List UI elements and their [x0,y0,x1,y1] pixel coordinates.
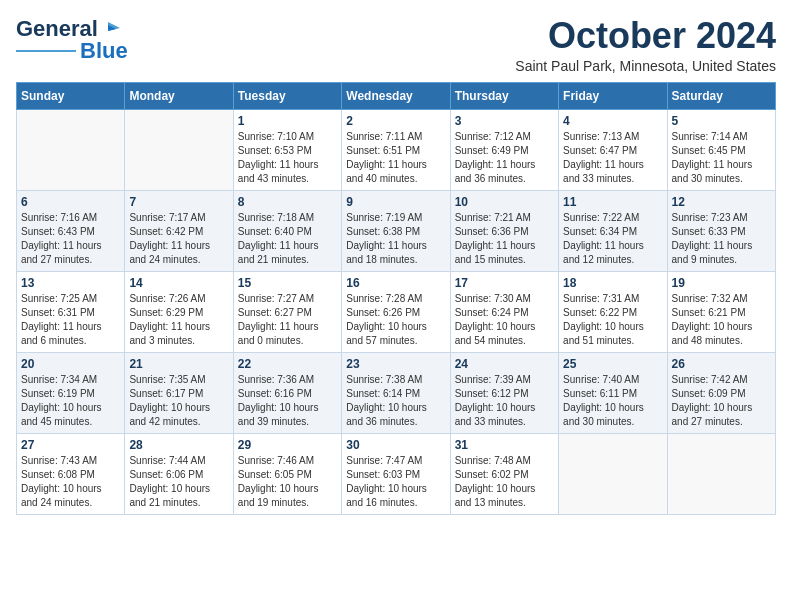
calendar-cell [667,433,775,514]
day-info: Sunrise: 7:26 AM Sunset: 6:29 PM Dayligh… [129,292,228,348]
day-number: 9 [346,195,445,209]
logo: General Blue [16,16,128,64]
calendar-cell: 26Sunrise: 7:42 AM Sunset: 6:09 PM Dayli… [667,352,775,433]
day-info: Sunrise: 7:14 AM Sunset: 6:45 PM Dayligh… [672,130,771,186]
day-number: 29 [238,438,337,452]
day-number: 15 [238,276,337,290]
calendar-cell: 7Sunrise: 7:17 AM Sunset: 6:42 PM Daylig… [125,190,233,271]
day-number: 28 [129,438,228,452]
day-number: 24 [455,357,554,371]
header-day-friday: Friday [559,82,667,109]
day-info: Sunrise: 7:48 AM Sunset: 6:02 PM Dayligh… [455,454,554,510]
day-number: 7 [129,195,228,209]
calendar-week-5: 27Sunrise: 7:43 AM Sunset: 6:08 PM Dayli… [17,433,776,514]
day-info: Sunrise: 7:19 AM Sunset: 6:38 PM Dayligh… [346,211,445,267]
calendar-cell [17,109,125,190]
location: Saint Paul Park, Minnesota, United State… [515,58,776,74]
day-info: Sunrise: 7:21 AM Sunset: 6:36 PM Dayligh… [455,211,554,267]
day-number: 18 [563,276,662,290]
calendar-cell: 27Sunrise: 7:43 AM Sunset: 6:08 PM Dayli… [17,433,125,514]
calendar-cell: 6Sunrise: 7:16 AM Sunset: 6:43 PM Daylig… [17,190,125,271]
day-number: 27 [21,438,120,452]
day-info: Sunrise: 7:38 AM Sunset: 6:14 PM Dayligh… [346,373,445,429]
day-number: 30 [346,438,445,452]
day-number: 22 [238,357,337,371]
day-info: Sunrise: 7:30 AM Sunset: 6:24 PM Dayligh… [455,292,554,348]
logo-blue: Blue [80,38,128,64]
calendar-cell: 9Sunrise: 7:19 AM Sunset: 6:38 PM Daylig… [342,190,450,271]
calendar-week-4: 20Sunrise: 7:34 AM Sunset: 6:19 PM Dayli… [17,352,776,433]
day-info: Sunrise: 7:34 AM Sunset: 6:19 PM Dayligh… [21,373,120,429]
day-number: 17 [455,276,554,290]
header-day-saturday: Saturday [667,82,775,109]
header-day-sunday: Sunday [17,82,125,109]
calendar-cell: 20Sunrise: 7:34 AM Sunset: 6:19 PM Dayli… [17,352,125,433]
calendar-cell: 12Sunrise: 7:23 AM Sunset: 6:33 PM Dayli… [667,190,775,271]
calendar-week-3: 13Sunrise: 7:25 AM Sunset: 6:31 PM Dayli… [17,271,776,352]
calendar-cell: 1Sunrise: 7:10 AM Sunset: 6:53 PM Daylig… [233,109,341,190]
calendar-cell: 18Sunrise: 7:31 AM Sunset: 6:22 PM Dayli… [559,271,667,352]
calendar-cell: 28Sunrise: 7:44 AM Sunset: 6:06 PM Dayli… [125,433,233,514]
day-info: Sunrise: 7:42 AM Sunset: 6:09 PM Dayligh… [672,373,771,429]
day-number: 1 [238,114,337,128]
page-header: General Blue October 2024 Saint Paul Par… [16,16,776,74]
calendar-cell: 5Sunrise: 7:14 AM Sunset: 6:45 PM Daylig… [667,109,775,190]
logo-bird-icon [98,18,120,40]
calendar-cell: 15Sunrise: 7:27 AM Sunset: 6:27 PM Dayli… [233,271,341,352]
calendar-cell: 24Sunrise: 7:39 AM Sunset: 6:12 PM Dayli… [450,352,558,433]
day-number: 11 [563,195,662,209]
calendar-cell: 17Sunrise: 7:30 AM Sunset: 6:24 PM Dayli… [450,271,558,352]
day-number: 6 [21,195,120,209]
title-block: October 2024 Saint Paul Park, Minnesota,… [515,16,776,74]
day-info: Sunrise: 7:22 AM Sunset: 6:34 PM Dayligh… [563,211,662,267]
day-info: Sunrise: 7:40 AM Sunset: 6:11 PM Dayligh… [563,373,662,429]
day-info: Sunrise: 7:17 AM Sunset: 6:42 PM Dayligh… [129,211,228,267]
day-number: 2 [346,114,445,128]
calendar-cell: 8Sunrise: 7:18 AM Sunset: 6:40 PM Daylig… [233,190,341,271]
calendar-cell [125,109,233,190]
header-day-monday: Monday [125,82,233,109]
header-day-thursday: Thursday [450,82,558,109]
day-number: 26 [672,357,771,371]
calendar-table: SundayMondayTuesdayWednesdayThursdayFrid… [16,82,776,515]
calendar-cell: 4Sunrise: 7:13 AM Sunset: 6:47 PM Daylig… [559,109,667,190]
day-number: 31 [455,438,554,452]
header-row: SundayMondayTuesdayWednesdayThursdayFrid… [17,82,776,109]
day-info: Sunrise: 7:13 AM Sunset: 6:47 PM Dayligh… [563,130,662,186]
calendar-cell: 21Sunrise: 7:35 AM Sunset: 6:17 PM Dayli… [125,352,233,433]
header-day-wednesday: Wednesday [342,82,450,109]
header-day-tuesday: Tuesday [233,82,341,109]
day-info: Sunrise: 7:18 AM Sunset: 6:40 PM Dayligh… [238,211,337,267]
calendar-cell: 11Sunrise: 7:22 AM Sunset: 6:34 PM Dayli… [559,190,667,271]
day-info: Sunrise: 7:32 AM Sunset: 6:21 PM Dayligh… [672,292,771,348]
day-info: Sunrise: 7:10 AM Sunset: 6:53 PM Dayligh… [238,130,337,186]
day-info: Sunrise: 7:11 AM Sunset: 6:51 PM Dayligh… [346,130,445,186]
day-info: Sunrise: 7:43 AM Sunset: 6:08 PM Dayligh… [21,454,120,510]
calendar-cell: 10Sunrise: 7:21 AM Sunset: 6:36 PM Dayli… [450,190,558,271]
day-number: 12 [672,195,771,209]
day-info: Sunrise: 7:47 AM Sunset: 6:03 PM Dayligh… [346,454,445,510]
day-info: Sunrise: 7:39 AM Sunset: 6:12 PM Dayligh… [455,373,554,429]
day-number: 20 [21,357,120,371]
calendar-cell: 30Sunrise: 7:47 AM Sunset: 6:03 PM Dayli… [342,433,450,514]
calendar-cell [559,433,667,514]
day-number: 19 [672,276,771,290]
logo-line [16,50,76,52]
calendar-cell: 25Sunrise: 7:40 AM Sunset: 6:11 PM Dayli… [559,352,667,433]
calendar-cell: 14Sunrise: 7:26 AM Sunset: 6:29 PM Dayli… [125,271,233,352]
day-number: 21 [129,357,228,371]
day-info: Sunrise: 7:23 AM Sunset: 6:33 PM Dayligh… [672,211,771,267]
calendar-header: SundayMondayTuesdayWednesdayThursdayFrid… [17,82,776,109]
day-number: 3 [455,114,554,128]
day-info: Sunrise: 7:28 AM Sunset: 6:26 PM Dayligh… [346,292,445,348]
day-number: 8 [238,195,337,209]
day-number: 14 [129,276,228,290]
day-info: Sunrise: 7:25 AM Sunset: 6:31 PM Dayligh… [21,292,120,348]
calendar-week-2: 6Sunrise: 7:16 AM Sunset: 6:43 PM Daylig… [17,190,776,271]
day-info: Sunrise: 7:36 AM Sunset: 6:16 PM Dayligh… [238,373,337,429]
day-number: 4 [563,114,662,128]
day-info: Sunrise: 7:12 AM Sunset: 6:49 PM Dayligh… [455,130,554,186]
day-number: 23 [346,357,445,371]
calendar-cell: 2Sunrise: 7:11 AM Sunset: 6:51 PM Daylig… [342,109,450,190]
calendar-cell: 19Sunrise: 7:32 AM Sunset: 6:21 PM Dayli… [667,271,775,352]
